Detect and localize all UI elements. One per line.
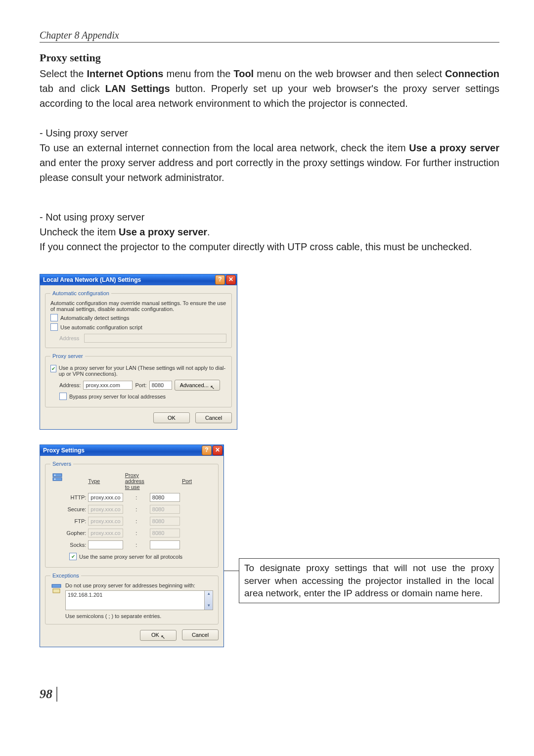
- colon: :: [124, 515, 149, 527]
- cursor-icon: ↖: [210, 384, 215, 391]
- label-same-proxy: Use the same proxy server for all protoc…: [79, 554, 182, 560]
- svg-point-3: [54, 479, 55, 480]
- checkbox-auto-script[interactable]: [50, 323, 58, 331]
- lan-cancel-button[interactable]: Cancel: [195, 412, 232, 423]
- help-icon[interactable]: ?: [215, 275, 225, 285]
- legend-servers: Servers: [50, 461, 73, 467]
- server-row: Secure::: [50, 503, 213, 515]
- svg-point-2: [54, 475, 55, 476]
- server-port-input[interactable]: [150, 493, 180, 502]
- server-row: Socks::: [50, 539, 213, 551]
- hdr-type: Type: [88, 478, 100, 484]
- para-not-using-proxy: Uncheck the item Use a proxy server. If …: [40, 224, 499, 254]
- lan-settings-dialog: Local Area Network (LAN) Settings ? ✕ Au…: [40, 274, 237, 430]
- text-bold: Connection: [445, 68, 499, 79]
- label-bypass-local: Bypass proxy server for local addresses: [69, 394, 166, 400]
- text-bold: Tool: [233, 68, 254, 79]
- checkbox-same-proxy[interactable]: ✔: [69, 553, 77, 560]
- scroll-up-icon[interactable]: ▴: [208, 591, 210, 598]
- colon: :: [124, 527, 149, 539]
- scrollbar[interactable]: ▴ ▾: [205, 590, 213, 610]
- hdr-port: Port: [182, 478, 192, 484]
- server-row: Gopher::: [50, 527, 213, 539]
- checkbox-use-proxy[interactable]: ✔: [50, 365, 56, 372]
- label-use-proxy: Use a proxy server for your LAN (These s…: [59, 365, 226, 377]
- text: .: [207, 226, 210, 237]
- group-servers: Servers Type Proxy address to use Port H…: [45, 461, 219, 568]
- colon: :: [124, 491, 149, 503]
- input-proxy-address[interactable]: [83, 381, 133, 390]
- server-port-input: [150, 517, 180, 526]
- ps-titlebar[interactable]: Proxy Settings ? ✕: [40, 445, 223, 456]
- legend-exceptions: Exceptions: [50, 573, 81, 578]
- text: menu from the: [163, 68, 233, 79]
- label-script-address: Address: [59, 335, 84, 341]
- text: If you connect the projector to the comp…: [40, 241, 472, 252]
- exceptions-label: Do not use proxy server for addresses be…: [65, 582, 213, 588]
- label-auto-script: Use automatic configuration script: [60, 324, 142, 330]
- label-proxy-address: Address:: [59, 382, 81, 388]
- auto-config-text: Automatic configuration may override man…: [50, 300, 226, 312]
- text: and enter the proxy server address and p…: [40, 157, 499, 183]
- server-address-input[interactable]: [88, 540, 123, 549]
- input-script-address: [84, 334, 226, 343]
- subheading-not-using-proxy: - Not using proxy server: [40, 210, 499, 224]
- group-auto-config: Automatic configuration Automatic config…: [45, 290, 232, 348]
- text: To use an external internet connection f…: [40, 142, 409, 153]
- server-address-input: [88, 517, 123, 526]
- advanced-button[interactable]: Advanced...↖: [175, 380, 220, 391]
- exceptions-hint: Use semicolons ( ; ) to separate entries…: [65, 613, 213, 619]
- text: Select the: [40, 68, 87, 79]
- server-port-input[interactable]: [150, 540, 180, 549]
- lan-ok-button[interactable]: OK: [153, 412, 190, 423]
- server-row: FTP::: [50, 515, 213, 527]
- legend-auto-config: Automatic configuration: [50, 290, 111, 296]
- text: tab and click: [40, 83, 105, 94]
- svg-rect-1: [53, 478, 62, 481]
- callout-note: To designate proxy settings that will no…: [239, 558, 499, 603]
- legend-proxy-server: Proxy server: [50, 353, 85, 359]
- server-type: Gopher:: [50, 527, 87, 539]
- proxy-settings-dialog: Proxy Settings ? ✕ Servers Type Proxy ad…: [40, 445, 224, 647]
- advanced-button-label: Advanced...: [180, 382, 209, 388]
- text-bold: LAN Settings: [105, 83, 170, 94]
- group-proxy-server: Proxy server ✔ Use a proxy server for yo…: [45, 353, 232, 407]
- input-proxy-port[interactable]: [149, 381, 172, 390]
- page-number: 98: [40, 687, 57, 702]
- section-heading-proxy: Proxy setting: [40, 51, 499, 64]
- para-using-proxy: To use an external internet connection f…: [40, 140, 499, 185]
- help-icon[interactable]: ?: [202, 445, 212, 455]
- servers-icon: [51, 472, 63, 484]
- ps-cancel-button[interactable]: Cancel: [182, 629, 219, 640]
- exceptions-textarea[interactable]: 192.168.1.201: [65, 590, 205, 610]
- text-bold: Use a proxy server: [119, 226, 207, 237]
- group-exceptions: Exceptions Do not use proxy server for a…: [45, 573, 219, 624]
- checkbox-auto-detect[interactable]: [50, 314, 58, 321]
- text-bold: Internet Options: [87, 68, 163, 79]
- subheading-using-proxy: - Using proxy server: [40, 126, 499, 140]
- hdr-addr: Proxy address to use: [125, 472, 144, 490]
- text-bold: Use a proxy server: [409, 142, 499, 153]
- svg-rect-0: [53, 474, 62, 477]
- chapter-header: Chapter 8 Appendix: [40, 30, 119, 41]
- close-icon[interactable]: ✕: [213, 445, 222, 455]
- lan-title: Local Area Network (LAN) Settings: [43, 276, 214, 283]
- label-proxy-port: Port:: [135, 382, 146, 388]
- svg-rect-5: [53, 589, 60, 593]
- svg-rect-4: [52, 584, 61, 587]
- checkbox-bypass-local[interactable]: [59, 393, 67, 400]
- close-icon[interactable]: ✕: [226, 275, 236, 285]
- server-address-input: [88, 505, 123, 514]
- label-auto-detect: Automatically detect settings: [60, 315, 129, 321]
- server-address-input[interactable]: [88, 493, 123, 502]
- server-port-input: [150, 505, 180, 514]
- lan-titlebar[interactable]: Local Area Network (LAN) Settings ? ✕: [40, 274, 237, 285]
- server-type: Secure:: [50, 503, 87, 515]
- server-row: HTTP::: [50, 491, 213, 503]
- para-proxy-intro: Select the Internet Options menu from th…: [40, 66, 499, 111]
- text: Uncheck the item: [40, 226, 119, 237]
- scroll-down-icon[interactable]: ▾: [208, 603, 210, 610]
- cursor-icon: ↖: [161, 634, 165, 640]
- ps-ok-button[interactable]: OK↖: [140, 630, 177, 641]
- server-port-input: [150, 529, 180, 537]
